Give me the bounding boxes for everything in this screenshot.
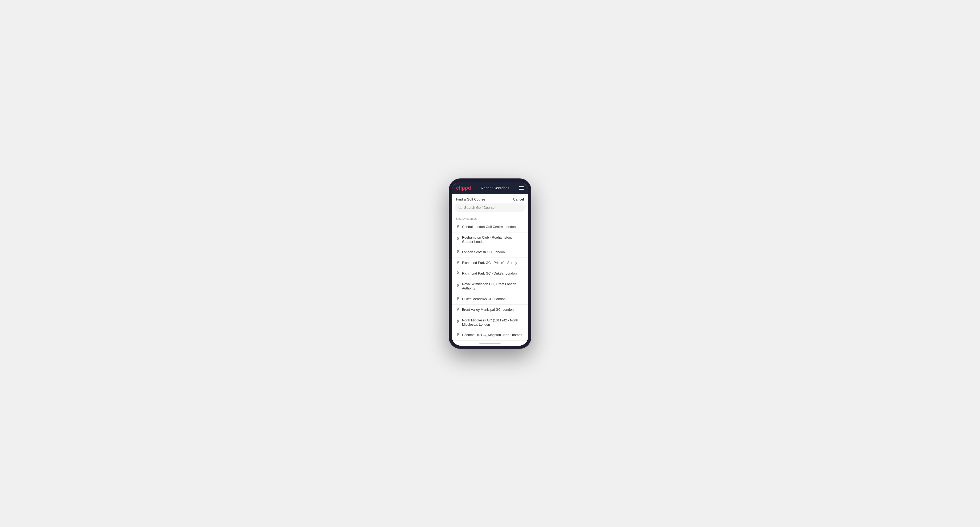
location-icon [456,297,459,302]
home-indicator [452,341,528,346]
home-bar [479,343,501,344]
list-item[interactable]: Brent Valley Municipal GC, London [452,305,528,315]
search-wrapper [455,203,525,212]
nav-bar: clippd Recent Searches [452,182,528,194]
find-title: Find a Golf Course [456,197,485,201]
search-icon [458,206,462,209]
location-icon [456,237,459,242]
nearby-label: Nearby courses [452,214,528,222]
course-name: North Middlesex GC (1011942 - North Midd… [462,318,524,327]
content-area: Find a Golf Course Cancel Nearby courses [452,194,528,346]
phone-screen: clippd Recent Searches Find a Golf Cours… [452,182,528,346]
list-item[interactable]: Coombe Hill GC, Kingston upon Thames [452,330,528,341]
list-item[interactable]: Royal Wimbledon GC, Great London Authori… [452,279,528,294]
phone-frame: clippd Recent Searches Find a Golf Cours… [449,178,531,349]
course-name: Central London Golf Centre, London [462,225,516,229]
list-item[interactable]: Roehampton Club - Roehampton, Greater Lo… [452,232,528,248]
nav-title: Recent Searches [480,186,509,190]
course-name: Richmond Park GC - Prince's, Surrey [462,261,517,265]
app-logo: clippd [456,185,471,191]
search-input[interactable] [464,206,522,210]
location-icon [456,284,459,289]
location-icon [456,271,459,276]
svg-line-1 [461,208,462,209]
course-name: London Scottish GC, London [462,250,505,254]
course-name: Richmond Park GC - Duke's, London [462,271,517,276]
course-name: Roehampton Club - Roehampton, Greater Lo… [462,235,524,244]
list-item[interactable]: Dukes Meadows GC, London [452,294,528,305]
find-header: Find a Golf Course Cancel [452,194,528,203]
search-container [452,203,528,214]
course-name: Coombe Hill GC, Kingston upon Thames [462,333,522,337]
location-icon [456,225,459,229]
menu-icon[interactable] [519,186,524,190]
location-icon [456,261,459,265]
course-name: Dukes Meadows GC, London [462,297,506,301]
list-item[interactable]: London Scottish GC, London [452,247,528,258]
course-name: Royal Wimbledon GC, Great London Authori… [462,282,524,291]
list-item[interactable]: Richmond Park GC - Duke's, London [452,268,528,279]
location-icon [456,320,459,325]
nearby-section: Nearby courses Central London Golf Centr… [452,214,528,341]
cancel-button[interactable]: Cancel [513,197,524,201]
list-item[interactable]: North Middlesex GC (1011942 - North Midd… [452,315,528,330]
list-item[interactable]: Richmond Park GC - Prince's, Surrey [452,258,528,268]
course-name: Brent Valley Municipal GC, London [462,308,514,312]
location-icon [456,308,459,312]
list-item[interactable]: Central London Golf Centre, London [452,222,528,232]
location-icon [456,333,459,337]
location-icon [456,250,459,255]
